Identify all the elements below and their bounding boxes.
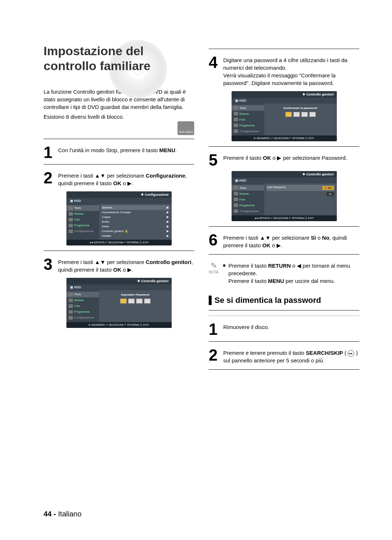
subsection-header: Se si dimentica la password xyxy=(209,296,359,305)
intro-paragraph-2: Esistono 8 diversi livelli di blocco. xyxy=(44,113,194,121)
step-text: Premere i tasti ▲▼ per selezionare Confi… xyxy=(58,171,194,187)
divider-light xyxy=(209,316,359,316)
sub-step-1: 1 Rimuovere il disco. xyxy=(209,322,359,336)
password-digit-box xyxy=(120,299,127,304)
step-text: Digitare una password a 4 cifre utilizza… xyxy=(223,56,359,87)
step-5: 5 Premere il tasto OK o ▶ per selezionar… xyxy=(209,153,359,167)
section-bar-icon xyxy=(209,296,212,305)
divider xyxy=(209,341,359,342)
note-icon: ✎ xyxy=(209,262,219,270)
password-digit-box xyxy=(128,299,135,304)
divider xyxy=(44,164,194,165)
subsection-title: Se si dimentica la password xyxy=(215,296,321,305)
osd-use-password: ❖ Controllo genitori ▣ HDD Titolo Musica… xyxy=(232,171,337,221)
osd-main: Sistema▶ Impostazione Orologio▶ Lingua▶ … xyxy=(99,204,172,240)
password-digit-box xyxy=(136,299,143,304)
divider xyxy=(44,139,194,139)
step-text: Premere i tasti ▲▼ per selezionare Sì o … xyxy=(223,233,359,249)
step-number: 2 xyxy=(44,171,54,187)
step-number: 5 xyxy=(209,153,220,167)
right-column: 4 Digitare una password a 4 cifre utiliz… xyxy=(209,44,359,375)
page-title: Impostazione del controllo familiare xyxy=(44,44,194,73)
left-column: Impostazione del controllo familiare La … xyxy=(44,44,194,375)
step-6: 6 Premere i tasti ▲▼ per selezionare Sì … xyxy=(209,233,359,249)
divider xyxy=(44,251,194,251)
sub-step-2: 2 Premere e tenere premuto il tasto SEAR… xyxy=(209,348,359,364)
password-digit-box xyxy=(285,112,292,117)
note-box: ✎ NOTA ■ Premere il tasto RETURN o ◀ per… xyxy=(209,262,359,285)
step-3: 3 Premere i tasti ▲▼ per selezionare Con… xyxy=(44,257,194,273)
step-4: 4 Digitare una password a 4 cifre utiliz… xyxy=(209,56,359,87)
step-number: 4 xyxy=(209,56,220,87)
step-text: Con l'unità in modo Stop, premere il tas… xyxy=(58,146,177,159)
step-1: 1 Con l'unità in modo Stop, premere il t… xyxy=(44,146,194,159)
skip-button-icon: ▸▸ xyxy=(348,350,354,357)
step-2: 2 Premere i tasti ▲▼ per selezionare Con… xyxy=(44,171,194,187)
osd-confermare-password: ❖ Controllo genitori ▣ HDD Titolo Musica… xyxy=(232,91,337,141)
step-number: 1 xyxy=(209,322,220,336)
step-number: 6 xyxy=(209,233,220,249)
step-text: Premere il tasto OK o ▶ per selezionare … xyxy=(223,153,347,167)
osd-impostare-password: ❖ Controllo genitori ▣ HDD Titolo Musica… xyxy=(66,278,172,328)
password-digit-box xyxy=(144,299,151,304)
step-text: Premere i tasti ▲▼ per selezionare Contr… xyxy=(58,257,194,273)
step-text: Premere e tenere premuto il tasto SEARCH… xyxy=(223,348,359,364)
divider xyxy=(209,310,359,310)
bullet-icon: ■ xyxy=(223,263,225,285)
osd-footer: ◄►SPOSTA ⏎ SELEZIONA ↶ RITORNA ⓘ EXIT xyxy=(66,240,172,245)
password-digit-box xyxy=(293,112,300,117)
step-text: Rimuovere il disco. xyxy=(223,322,269,336)
divider xyxy=(209,49,359,49)
divider xyxy=(209,146,359,147)
osd-nav: Titolo Musica Foto Programma Configurazi… xyxy=(66,204,99,240)
divider xyxy=(209,369,359,370)
note-label: NOTA xyxy=(209,270,219,275)
option-si: Sì xyxy=(327,192,334,196)
password-digit-box xyxy=(309,112,316,117)
osd-configurazione: ❖ Configurazione ▣ HDD Titolo Musica Fot… xyxy=(66,191,172,245)
option-no: ✓ No xyxy=(322,186,334,190)
page-footer: 44 - Italiano xyxy=(44,510,82,518)
step-number: 1 xyxy=(44,146,54,159)
step-number: 3 xyxy=(44,257,54,273)
dvd-video-badge: DVD-VIDEO xyxy=(177,121,194,135)
divider xyxy=(209,226,359,227)
step-number: 2 xyxy=(209,348,220,364)
password-digit-box xyxy=(301,112,308,117)
divider xyxy=(209,254,359,255)
